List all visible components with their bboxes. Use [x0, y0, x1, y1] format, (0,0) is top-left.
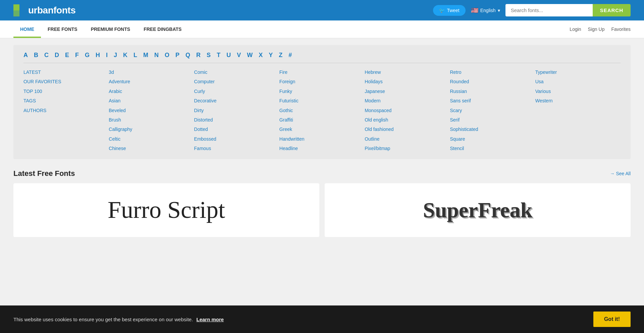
alpha-link-u[interactable]: U	[226, 52, 231, 59]
cat-link-fire[interactable]: Fire	[279, 68, 365, 76]
cat-link-latest[interactable]: LATEST	[23, 68, 109, 76]
font-card-1[interactable]: Furro Script	[13, 183, 319, 237]
cat-link-brush[interactable]: Brush	[109, 116, 194, 124]
alpha-link-v[interactable]: V	[237, 52, 241, 59]
cat-link-usa[interactable]: Usa	[535, 78, 621, 85]
alpha-link-o[interactable]: O	[165, 52, 169, 59]
cat-link-modern[interactable]: Modern	[365, 97, 450, 104]
cat-link-sophisticated[interactable]: Sophisticated	[450, 126, 535, 133]
nav-free-dingbats[interactable]: FREE DINGBATS	[137, 20, 188, 38]
cat-link-handwritten[interactable]: Handwritten	[279, 135, 365, 143]
cat-link-hebrew[interactable]: Hebrew	[365, 68, 450, 76]
nav-login[interactable]: Login	[570, 27, 581, 32]
cat-link-outline[interactable]: Outline	[365, 135, 450, 143]
alpha-link-j[interactable]: J	[114, 52, 117, 59]
cat-link-graffiti[interactable]: Graffiti	[279, 116, 365, 124]
cat-link-calligraphy[interactable]: Calligraphy	[109, 126, 194, 133]
cat-link-our-favorites[interactable]: OUR FAVORITES	[23, 78, 109, 85]
cat-link-russian[interactable]: Russian	[450, 88, 535, 95]
search-button[interactable]: SEARCH	[593, 4, 631, 16]
tweet-button[interactable]: 🐦 Tweet	[433, 5, 465, 16]
nav-premium-fonts[interactable]: PREMIUM FONTS	[84, 20, 137, 38]
alpha-link-w[interactable]: W	[247, 52, 253, 59]
cat-link-funky[interactable]: Funky	[279, 88, 365, 95]
cat-link-arabic[interactable]: Arabic	[109, 88, 194, 95]
cat-link-greek[interactable]: Greek	[279, 126, 365, 133]
cat-link-asian[interactable]: Asian	[109, 97, 194, 104]
alpha-link-n[interactable]: N	[154, 52, 159, 59]
cat-link-japanese[interactable]: Japanese	[365, 88, 450, 95]
cat-link-embossed[interactable]: Embossed	[194, 135, 279, 143]
alpha-link-a[interactable]: A	[23, 52, 28, 59]
nav-favorites[interactable]: Favorites	[611, 27, 631, 32]
cat-col-1: LATESTOUR FAVORITESTOP 100TAGSAUTHORS	[23, 68, 109, 152]
cat-link-curly[interactable]: Curly	[194, 88, 279, 95]
cat-link-stencil[interactable]: Stencil	[450, 145, 535, 152]
cat-link-monospaced[interactable]: Monospaced	[365, 107, 450, 114]
cat-link-famous[interactable]: Famous	[194, 145, 279, 152]
cat-link-retro[interactable]: Retro	[450, 68, 535, 76]
cat-link-celtic[interactable]: Celtic	[109, 135, 194, 143]
cat-link-various[interactable]: Various	[535, 88, 621, 95]
cat-link-3d[interactable]: 3d	[109, 68, 194, 76]
cat-link-gothic[interactable]: Gothic	[279, 107, 365, 114]
see-all-link[interactable]: → See All	[610, 171, 631, 176]
cat-link-authors[interactable]: AUTHORS	[23, 107, 109, 114]
search-input[interactable]	[505, 4, 593, 16]
cat-link-typewriter[interactable]: Typewriter	[535, 68, 621, 76]
alpha-link-e[interactable]: E	[65, 52, 69, 59]
logo-area: urbanfonts	[13, 4, 75, 16]
cat-col-2: 3dAdventureArabicAsianBeveledBrushCallig…	[109, 68, 194, 152]
alpha-link-p[interactable]: P	[175, 52, 179, 59]
cat-link-foreign[interactable]: Foreign	[279, 78, 365, 85]
language-button[interactable]: 🇺🇸 English ▾	[471, 7, 500, 14]
cat-link-dotted[interactable]: Dotted	[194, 126, 279, 133]
cat-link-decorative[interactable]: Decorative	[194, 97, 279, 104]
alpha-link-f[interactable]: F	[75, 52, 79, 59]
alpha-link-x[interactable]: X	[259, 52, 263, 59]
cat-link-scary[interactable]: Scary	[450, 107, 535, 114]
cat-link-tags[interactable]: TAGS	[23, 97, 109, 104]
alpha-link-m[interactable]: M	[143, 52, 148, 59]
alpha-link-l[interactable]: L	[133, 52, 137, 59]
cat-link-headline[interactable]: Headline	[279, 145, 365, 152]
cat-link-distorted[interactable]: Distorted	[194, 116, 279, 124]
cat-link-rounded[interactable]: Rounded	[450, 78, 535, 85]
cat-link-chinese[interactable]: Chinese	[109, 145, 194, 152]
alpha-link-i[interactable]: I	[106, 52, 108, 59]
cat-link-sans-serif[interactable]: Sans serif	[450, 97, 535, 104]
nav-links: HOME FREE FONTS PREMIUM FONTS FREE DINGB…	[13, 20, 188, 38]
alpha-link-q[interactable]: Q	[185, 52, 190, 59]
cat-link-square[interactable]: Square	[450, 135, 535, 143]
cat-link-pixel-bitmap[interactable]: Pixel/bitmap	[365, 145, 450, 152]
nav-signup[interactable]: Sign Up	[588, 27, 605, 32]
cat-link-comic[interactable]: Comic	[194, 68, 279, 76]
nav-free-fonts[interactable]: FREE FONTS	[41, 20, 84, 38]
alpha-link-k[interactable]: K	[123, 52, 127, 59]
alpha-link-h[interactable]: H	[96, 52, 100, 59]
cat-link-top-100[interactable]: TOP 100	[23, 88, 109, 95]
cat-link-futuristic[interactable]: Futuristic	[279, 97, 365, 104]
cat-link-old-english[interactable]: Old english	[365, 116, 450, 124]
tweet-label: Tweet	[447, 8, 459, 13]
alpha-link-r[interactable]: R	[196, 52, 201, 59]
alpha-link-#[interactable]: #	[288, 52, 292, 59]
cat-link-holidays[interactable]: Holidays	[365, 78, 450, 85]
cat-link-computer[interactable]: Computer	[194, 78, 279, 85]
font-card-2[interactable]: SuperFreak	[325, 183, 631, 237]
cat-link-beveled[interactable]: Beveled	[109, 107, 194, 114]
alpha-link-b[interactable]: B	[34, 52, 38, 59]
cat-link-western[interactable]: Western	[535, 97, 621, 104]
alpha-link-g[interactable]: G	[85, 52, 90, 59]
alpha-link-d[interactable]: D	[55, 52, 59, 59]
alpha-link-y[interactable]: Y	[269, 52, 273, 59]
alpha-link-t[interactable]: T	[217, 52, 220, 59]
nav-home[interactable]: HOME	[13, 20, 41, 38]
cat-link-dirty[interactable]: Dirty	[194, 107, 279, 114]
alpha-link-c[interactable]: C	[44, 52, 49, 59]
cat-link-old-fashioned[interactable]: Old fashioned	[365, 126, 450, 133]
cat-link-serif[interactable]: Serif	[450, 116, 535, 124]
alpha-link-s[interactable]: S	[207, 52, 211, 59]
alpha-link-z[interactable]: Z	[279, 52, 282, 59]
cat-link-adventure[interactable]: Adventure	[109, 78, 194, 85]
